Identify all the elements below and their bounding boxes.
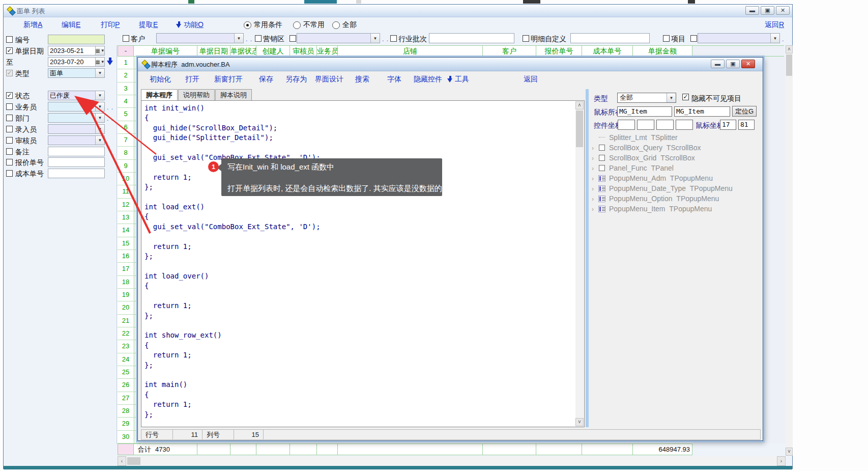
combo-dropdown-button[interactable]: ▼: [95, 69, 104, 77]
expander-icon[interactable]: ›: [592, 196, 594, 203]
dialog-back-button[interactable]: 返回: [524, 75, 538, 84]
grid-header-cell[interactable]: 单据日期: [197, 45, 230, 57]
region-checkbox[interactable]: [255, 35, 262, 42]
combo-dropdown-button[interactable]: ▼: [667, 93, 676, 102]
filter-field[interactable]: 2023-05-21 ▦▼: [48, 46, 105, 56]
customer-checkbox[interactable]: [123, 35, 129, 42]
combo-dropdown-button[interactable]: ▼: [95, 102, 104, 111]
filter-field[interactable]: [48, 169, 105, 178]
combo-dropdown-button[interactable]: ▼: [234, 34, 243, 43]
control-w-input[interactable]: [656, 120, 674, 130]
tools-menu-button[interactable]: 工具: [447, 75, 469, 84]
radio-all[interactable]: 全部: [332, 20, 357, 30]
expander-icon[interactable]: ›: [592, 206, 594, 213]
grid-header-cell[interactable]: 报价单号: [536, 45, 582, 57]
tab[interactable]: 脚本程序: [141, 89, 178, 101]
ellipsis-button[interactable]: . .: [382, 36, 389, 43]
control-x-input[interactable]: [618, 120, 635, 130]
scroll-down-button[interactable]: ˅: [786, 448, 793, 456]
panel-splitter[interactable]: [586, 89, 589, 427]
tab[interactable]: 脚本说明: [215, 89, 252, 100]
new-button[interactable]: 新增A: [23, 20, 42, 30]
radio-common-conditions[interactable]: 常用条件: [244, 20, 282, 30]
extra-filter-combo[interactable]: ▼: [698, 33, 780, 43]
dialog-title-bar[interactable]: 脚本程序 adm.voucher.BA ▬ ▣ ✕: [138, 58, 763, 71]
search-button[interactable]: 搜索: [355, 75, 369, 84]
edit-button[interactable]: 编辑E: [62, 20, 80, 30]
filter-checkbox[interactable]: [6, 115, 13, 121]
main-title-bar[interactable]: 面单 列表 ▬ ▣ ✕: [4, 5, 792, 17]
save-button[interactable]: 保存: [259, 75, 273, 84]
print-button[interactable]: 打印P: [101, 20, 120, 30]
expander-icon[interactable]: ›: [592, 155, 594, 162]
expander-icon[interactable]: ›: [592, 145, 594, 152]
combo-dropdown-button[interactable]: ▼: [95, 125, 104, 133]
grid-header-cell[interactable]: 成本单号: [582, 45, 633, 57]
combo-dropdown-button[interactable]: ▼: [370, 34, 380, 43]
scrollbar-thumb[interactable]: [127, 457, 140, 465]
project-checkbox[interactable]: [663, 35, 670, 42]
open-new-window-button[interactable]: 新窗打开: [214, 75, 243, 84]
dialog-minimize-button[interactable]: ▬: [711, 60, 725, 68]
features-menu-button[interactable]: 功能O: [176, 20, 204, 30]
filter-field[interactable]: ▼: [48, 124, 105, 134]
filter-field[interactable]: [48, 35, 105, 44]
industry-batch-checkbox[interactable]: [390, 35, 397, 42]
calendar-dropdown-button[interactable]: ▦▼: [95, 46, 104, 55]
filter-checkbox[interactable]: [6, 159, 13, 165]
control-y-input[interactable]: [637, 120, 654, 130]
filter-field[interactable]: ▼: [48, 113, 105, 123]
hide-controls-button[interactable]: 隐藏控件: [414, 75, 442, 84]
tree-item[interactable]: › Panel_Func TPanel: [590, 163, 761, 174]
open-button[interactable]: 打开: [185, 75, 199, 84]
tree-item[interactable]: › PopupMenu_Option TPopupMenu: [590, 194, 761, 204]
filter-checkbox[interactable]: ✓: [6, 70, 13, 76]
tree-item[interactable]: › PopupMenu_Item TPopupMenu: [590, 204, 761, 214]
tab[interactable]: 说明帮助: [178, 89, 215, 100]
detail-custom-checkbox[interactable]: [523, 35, 529, 42]
filter-field[interactable]: ▼: [48, 135, 105, 145]
filter-field[interactable]: ▼: [48, 102, 105, 112]
filter-checkbox[interactable]: [6, 170, 13, 177]
extract-button[interactable]: 提取E: [139, 20, 158, 30]
grid-header-cell[interactable]: 业务员: [317, 45, 338, 57]
expander-icon[interactable]: ›: [592, 185, 594, 192]
scroll-down-button[interactable]: ˅: [575, 418, 584, 426]
combo-dropdown-button[interactable]: ▼: [770, 34, 779, 43]
combo-dropdown-button[interactable]: ▼: [95, 91, 104, 100]
grid-header-cell[interactable]: 单据状态: [230, 45, 256, 57]
font-button[interactable]: 字体: [387, 75, 401, 84]
filter-field[interactable]: 面单 ▼: [48, 68, 105, 78]
grid-header-cell[interactable]: 审核员: [290, 45, 317, 57]
filter-field[interactable]: 已作废 ▼: [48, 91, 105, 100]
maximize-button[interactable]: ▣: [761, 6, 774, 15]
grid-header-cell[interactable]: -: [118, 45, 134, 57]
save-as-button[interactable]: 另存为: [285, 75, 307, 84]
close-button[interactable]: ✕: [776, 6, 790, 15]
grid-header-cell[interactable]: 单据金额: [633, 45, 692, 57]
mouse-y-input[interactable]: 81: [738, 120, 755, 130]
minimize-button[interactable]: ▬: [745, 6, 759, 15]
tree-item[interactable]: › PopupMenu_Date_Type TPopupMenu: [590, 184, 761, 194]
filter-checkbox[interactable]: [6, 126, 13, 132]
back-button[interactable]: 返回R: [765, 20, 784, 30]
expander-icon[interactable]: ›: [592, 175, 594, 182]
filter-field[interactable]: [48, 157, 105, 167]
scroll-up-button[interactable]: ˄: [786, 45, 793, 53]
filter-field[interactable]: 2023-07-20 ▦▼: [48, 57, 105, 67]
ellipsis-button[interactable]: . .: [107, 115, 113, 122]
locate-button[interactable]: 定位G: [732, 106, 757, 117]
combo-dropdown-button[interactable]: ▼: [95, 114, 104, 122]
code-editor[interactable]: int init_win() { gui_hide("ScrollBox_Det…: [141, 100, 585, 427]
detail-custom-input[interactable]: [570, 33, 650, 43]
filter-checkbox[interactable]: [6, 103, 13, 110]
vertical-scrollbar[interactable]: ˄ ˅: [786, 45, 793, 456]
ui-design-button[interactable]: 界面设计: [315, 75, 343, 84]
tree-item[interactable]: Splitter_Lmt TSplitter: [590, 133, 761, 143]
filter-checkbox[interactable]: [6, 137, 13, 144]
scroll-right-button[interactable]: ›: [777, 456, 786, 466]
tree-item[interactable]: › PopupMenu_Adm TPopupMenu: [590, 174, 761, 184]
filter-checkbox[interactable]: [6, 148, 13, 155]
dialog-close-button[interactable]: ✕: [741, 60, 755, 68]
hide-invisible-checkbox[interactable]: ✓: [682, 94, 689, 100]
